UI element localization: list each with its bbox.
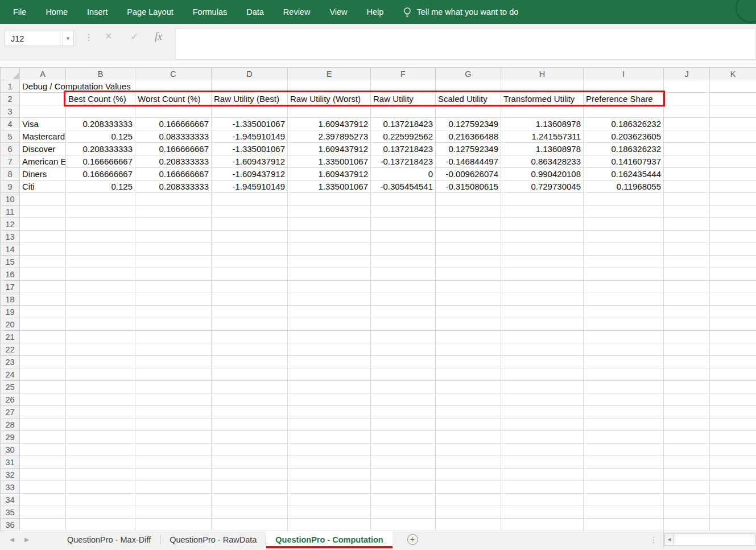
cell-I20[interactable] (584, 318, 664, 331)
row-header-6[interactable]: 6 (1, 143, 20, 155)
cell-F23[interactable] (371, 356, 436, 368)
cell-A4[interactable]: Visa (20, 118, 66, 130)
cell-G35[interactable] (436, 506, 501, 519)
cell-F31[interactable] (371, 456, 436, 469)
cell-H10[interactable] (501, 193, 584, 206)
cell-D35[interactable] (212, 506, 288, 519)
cell-H12[interactable] (501, 218, 584, 231)
cell-I36[interactable] (584, 519, 664, 531)
cell-A22[interactable] (20, 343, 66, 356)
cell-K17[interactable] (710, 281, 756, 293)
cell-F36[interactable] (371, 519, 436, 531)
cell-I30[interactable] (584, 444, 664, 456)
cell-C28[interactable] (135, 418, 212, 431)
cell-D11[interactable] (212, 206, 288, 218)
cell-E25[interactable] (288, 381, 371, 393)
cell-A1[interactable]: Debug / Computation Values (20, 80, 66, 93)
cell-G10[interactable] (436, 193, 501, 206)
cell-F16[interactable] (371, 268, 436, 281)
cell-C7[interactable]: 0.208333333 (135, 155, 212, 168)
cell-I29[interactable] (584, 431, 664, 444)
cell-H14[interactable] (501, 243, 584, 256)
cell-J29[interactable] (664, 431, 710, 444)
cell-I10[interactable] (584, 193, 664, 206)
row-header-20[interactable]: 20 (1, 318, 20, 331)
cell-B29[interactable] (66, 431, 135, 444)
cell-K5[interactable] (710, 130, 756, 143)
cell-I34[interactable] (584, 494, 664, 506)
row-header-31[interactable]: 31 (1, 456, 20, 469)
cell-I31[interactable] (584, 456, 664, 469)
cell-G30[interactable] (436, 444, 501, 456)
cell-G31[interactable] (436, 456, 501, 469)
cell-C20[interactable] (135, 318, 212, 331)
cell-G7[interactable]: -0.146844497 (436, 155, 501, 168)
cell-E20[interactable] (288, 318, 371, 331)
cell-H11[interactable] (501, 206, 584, 218)
cell-H5[interactable]: 1.241557311 (501, 130, 584, 143)
cell-H29[interactable] (501, 431, 584, 444)
cell-H16[interactable] (501, 268, 584, 281)
cell-K11[interactable] (710, 206, 756, 218)
cell-C9[interactable]: 0.208333333 (135, 180, 212, 193)
cell-D13[interactable] (212, 231, 288, 243)
cell-J22[interactable] (664, 343, 710, 356)
cell-J3[interactable] (664, 105, 710, 118)
cell-K7[interactable] (710, 155, 756, 168)
cell-A13[interactable] (20, 231, 66, 243)
ribbon-tab-data[interactable]: Data (237, 0, 274, 24)
cell-B4[interactable]: 0.208333333 (66, 118, 135, 130)
cell-D24[interactable] (212, 368, 288, 381)
cell-D1[interactable] (212, 80, 288, 93)
cell-B7[interactable]: 0.166666667 (66, 155, 135, 168)
cell-I24[interactable] (584, 368, 664, 381)
cell-A3[interactable] (20, 105, 66, 118)
row-header-4[interactable]: 4 (1, 118, 20, 130)
cell-C14[interactable] (135, 243, 212, 256)
cell-A33[interactable] (20, 481, 66, 494)
cell-F4[interactable]: 0.137218423 (371, 118, 436, 130)
cell-G13[interactable] (436, 231, 501, 243)
cell-B9[interactable]: 0.125 (66, 180, 135, 193)
cell-C13[interactable] (135, 231, 212, 243)
cell-I15[interactable] (584, 256, 664, 268)
cell-E27[interactable] (288, 406, 371, 418)
cell-E24[interactable] (288, 368, 371, 381)
cell-F3[interactable] (371, 105, 436, 118)
cell-C33[interactable] (135, 481, 212, 494)
cell-H34[interactable] (501, 494, 584, 506)
cell-J9[interactable] (664, 180, 710, 193)
cell-B25[interactable] (66, 381, 135, 393)
cell-B13[interactable] (66, 231, 135, 243)
cell-C30[interactable] (135, 444, 212, 456)
cell-A6[interactable]: Discover (20, 143, 66, 155)
cell-K30[interactable] (710, 444, 756, 456)
cell-K26[interactable] (710, 393, 756, 406)
cell-K35[interactable] (710, 506, 756, 519)
cell-B10[interactable] (66, 193, 135, 206)
cell-K20[interactable] (710, 318, 756, 331)
cell-I18[interactable] (584, 293, 664, 306)
cell-E17[interactable] (288, 281, 371, 293)
cell-D15[interactable] (212, 256, 288, 268)
cell-E1[interactable] (288, 80, 371, 93)
row-header-29[interactable]: 29 (1, 431, 20, 444)
cell-K32[interactable] (710, 469, 756, 481)
cell-G21[interactable] (436, 331, 501, 343)
cell-G14[interactable] (436, 243, 501, 256)
cell-H4[interactable]: 1.13608978 (501, 118, 584, 130)
cell-D12[interactable] (212, 218, 288, 231)
cell-I11[interactable] (584, 206, 664, 218)
cell-H17[interactable] (501, 281, 584, 293)
cell-J11[interactable] (664, 206, 710, 218)
cell-I32[interactable] (584, 469, 664, 481)
cell-G28[interactable] (436, 418, 501, 431)
cell-B28[interactable] (66, 418, 135, 431)
cell-A16[interactable] (20, 268, 66, 281)
row-header-32[interactable]: 32 (1, 469, 20, 481)
cell-H35[interactable] (501, 506, 584, 519)
cell-C36[interactable] (135, 519, 212, 531)
cell-A34[interactable] (20, 494, 66, 506)
cell-B35[interactable] (66, 506, 135, 519)
cell-A30[interactable] (20, 444, 66, 456)
